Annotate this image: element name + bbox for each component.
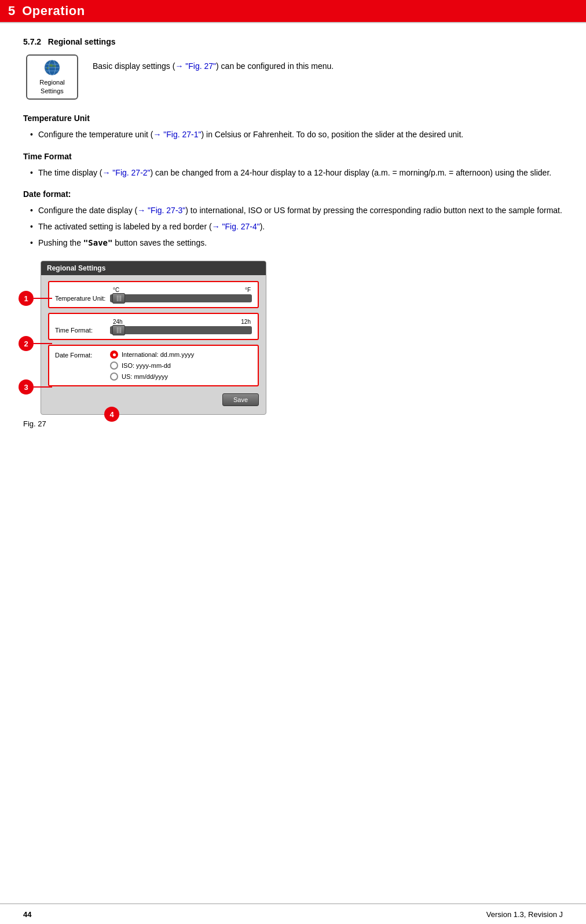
- time-row-label: Time Format:: [55, 327, 110, 334]
- temp-row-label: Temperature Unit:: [55, 295, 110, 302]
- figure-wrapper: 1 2 3 4 Regional Settings: [41, 261, 266, 415]
- radio-option-iso: ISO: yyyy-mm-dd: [110, 361, 194, 370]
- icon-box: RegionalSettings: [23, 54, 81, 100]
- chapter-number: 5: [8, 3, 15, 19]
- radio-international[interactable]: [110, 350, 118, 359]
- sl4: [117, 327, 118, 333]
- time-label-12: 12h: [241, 319, 251, 325]
- temp-slider-bg: [110, 294, 252, 302]
- time-format-block: 24h 12h Time Format:: [48, 313, 259, 340]
- section-number: 5.7.2: [23, 37, 41, 46]
- icon-label: RegionalSettings: [39, 78, 64, 95]
- save-button[interactable]: Save: [222, 393, 259, 406]
- intro-text: Basic display settings (→ "Fig. 27") can…: [93, 54, 334, 72]
- date-format-section: Date format: Configure the date display …: [23, 189, 563, 249]
- time-format-section: Time Format The time display (→ "Fig. 27…: [23, 152, 563, 180]
- temperature-unit-section: Temperature Unit Configure the temperatu…: [23, 114, 563, 141]
- callout-line-2: [34, 343, 52, 344]
- time-format-item: The time display (→ "Fig. 27-2") can be …: [30, 167, 563, 180]
- intro-row: RegionalSettings Basic display settings …: [23, 54, 563, 100]
- radio-option-us: US: mm/dd/yyyy: [110, 372, 194, 381]
- bottom-bar: 44 Version 1.3, Revision J: [0, 903, 586, 924]
- fig27-4-link[interactable]: → "Fig. 27-4": [212, 222, 260, 231]
- time-row-inner: Time Format:: [55, 326, 252, 334]
- regional-settings-dialog: Regional Settings °C °F Temperature Unit…: [41, 261, 266, 415]
- temp-slider-wrapper: [110, 294, 252, 302]
- temp-row-inner: Temperature Unit:: [55, 294, 252, 302]
- version-text: Version 1.3, Revision J: [486, 910, 563, 919]
- temperature-unit-item: Configure the temperature unit (→ "Fig. …: [30, 129, 563, 141]
- temp-handle-lines: [117, 295, 121, 301]
- globe-icon: [37, 59, 67, 76]
- radio-iso[interactable]: [110, 361, 118, 370]
- time-handle-lines: [117, 327, 121, 333]
- fig27-link[interactable]: → "Fig. 27": [175, 61, 216, 71]
- dialog-body: °C °F Temperature Unit:: [41, 275, 266, 414]
- callout-1: 1: [19, 291, 34, 306]
- sl6: [120, 327, 121, 333]
- fig27-1-link[interactable]: → "Fig. 27-1": [153, 130, 201, 139]
- sl3: [120, 295, 121, 301]
- figure-label: Fig. 27: [23, 419, 46, 428]
- page-header: 5 Operation: [0, 0, 586, 22]
- date-format-label: Date Format:: [55, 350, 110, 359]
- temp-slider-labels: °C °F: [55, 287, 252, 293]
- radio-option-international: International: dd.mm.yyyy: [110, 350, 194, 359]
- time-format-list: The time display (→ "Fig. 27-2") can be …: [23, 167, 563, 180]
- callout-2: 2: [19, 336, 34, 351]
- callout-3: 3: [19, 379, 34, 395]
- date-format-item-2: The activated setting is labeled by a re…: [30, 221, 563, 233]
- fig27-3-link[interactable]: → "Fig. 27-3": [137, 206, 185, 215]
- chapter-title: Operation: [22, 3, 85, 19]
- callout-line-1: [34, 298, 52, 299]
- sl1: [117, 295, 118, 301]
- section-title: Regional settings: [48, 37, 116, 46]
- radio-us-label: US: mm/dd/yyyy: [122, 373, 168, 380]
- time-slider-handle[interactable]: [112, 325, 125, 335]
- date-format-inner: Date Format: International: dd.mm.yyyy I…: [55, 350, 252, 381]
- dialog-footer: Save: [48, 391, 259, 407]
- dialog-title: Regional Settings: [41, 261, 266, 275]
- date-format-item-3: Pushing the "Save" button saves the sett…: [30, 237, 563, 250]
- date-format-title: Date format:: [23, 189, 563, 199]
- temperature-unit-list: Configure the temperature unit (→ "Fig. …: [23, 129, 563, 141]
- time-slider-bg: [110, 326, 252, 334]
- radio-iso-label: ISO: yyyy-mm-dd: [122, 362, 171, 369]
- date-format-block: Date Format: International: dd.mm.yyyy I…: [48, 345, 259, 386]
- main-content: 5.7.2 Regional settings Reg: [0, 23, 586, 472]
- date-format-item-1: Configure the date display (→ "Fig. 27-3…: [30, 204, 563, 217]
- section-heading: 5.7.2 Regional settings: [23, 37, 563, 46]
- radio-us[interactable]: [110, 372, 118, 381]
- time-label-24: 24h: [113, 319, 123, 325]
- fig27-2-link[interactable]: → "Fig. 27-2": [102, 168, 150, 177]
- sl5: [119, 327, 119, 333]
- save-label-inline: "Save": [83, 238, 113, 247]
- figure-container: 1 2 3 4 Regional Settings: [23, 261, 563, 428]
- temp-label-f: °F: [245, 287, 251, 293]
- temp-unit-block: °C °F Temperature Unit:: [48, 281, 259, 308]
- temp-slider-handle[interactable]: [112, 293, 125, 304]
- date-format-list: Configure the date display (→ "Fig. 27-3…: [23, 204, 563, 249]
- time-slider-wrapper: [110, 326, 252, 334]
- radio-international-label: International: dd.mm.yyyy: [122, 351, 194, 358]
- radio-options: International: dd.mm.yyyy ISO: yyyy-mm-d…: [110, 350, 194, 381]
- page-number: 44: [23, 910, 31, 919]
- sl2: [119, 295, 119, 301]
- callout-line-3: [34, 386, 52, 388]
- time-format-title: Time Format: [23, 152, 563, 161]
- callout-4: 4: [104, 407, 119, 422]
- temperature-unit-title: Temperature Unit: [23, 114, 563, 123]
- temp-label-c: °C: [113, 287, 119, 293]
- time-slider-labels: 24h 12h: [55, 319, 252, 325]
- icon-border: RegionalSettings: [26, 54, 78, 100]
